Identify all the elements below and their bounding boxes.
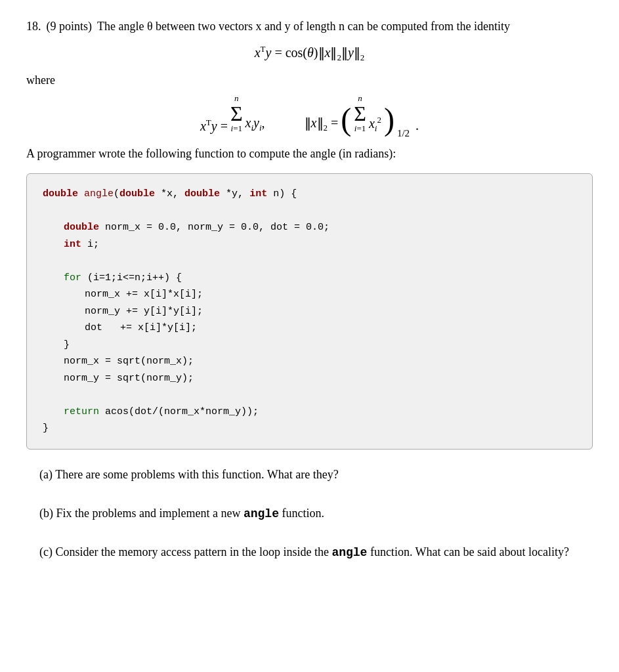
question-c-end: function. What can be said about localit…: [370, 545, 569, 558]
formula-row: xTy = n Σ i=1 xiyi, ‖x‖2 = ( n Σ i=1: [26, 94, 593, 134]
where-label: where: [26, 74, 593, 87]
question-c-start: (c) Consider the memory access pattern i…: [39, 545, 329, 558]
code-line-11: norm_x = sqrt(norm_x);: [64, 353, 576, 370]
question-c: (c) Consider the memory access pattern i…: [39, 543, 593, 562]
code-line-9: dot += x[i]*y[i];: [85, 320, 576, 337]
code-line-15: }: [43, 420, 576, 437]
formula-right: ‖x‖2 = ( n Σ i=1 xi2 ) 1/2 .: [305, 94, 419, 134]
problem-intro: The angle θ between two vectors x and y …: [97, 20, 510, 33]
formula-left-body: xiyi,: [245, 116, 265, 133]
kw-double-1: double: [43, 188, 78, 200]
code-line-blank-2: [43, 253, 576, 270]
code-line-blank-1: [43, 203, 576, 220]
kw-double-3: double: [184, 188, 220, 200]
kw-double-4: double: [64, 222, 99, 233]
kw-int-1: int: [249, 188, 267, 200]
paren-left: (: [341, 105, 351, 133]
formula-right-lhs: ‖x‖2 =: [305, 115, 339, 133]
problem-container: 18. (9 points) The angle θ between two v…: [26, 20, 593, 562]
code-line-4: int i;: [64, 236, 576, 253]
sigma-left-symbol: Σ: [230, 103, 243, 124]
prose-before-code: A programmer wrote the following functio…: [26, 145, 593, 163]
sigma-left: n Σ i=1: [230, 94, 243, 134]
kw-for: for: [64, 272, 81, 284]
formula-right-body: xi2: [369, 115, 381, 134]
sigma-left-bottom: i=1: [231, 124, 242, 133]
problem-header: 18. (9 points) The angle θ between two v…: [26, 20, 593, 33]
code-line-12: norm_y = sqrt(norm_y);: [64, 370, 576, 387]
code-line-3: double norm_x = 0.0, norm_y = 0.0, dot =…: [64, 219, 576, 236]
code-line-1: double angle(double *x, double *y, int n…: [43, 186, 576, 203]
code-line-10: }: [64, 337, 576, 354]
kw-int-2: int: [64, 239, 81, 250]
sigma-right-symbol: Σ: [354, 103, 366, 124]
code-line-7: norm_x += x[i]*x[i];: [85, 286, 576, 303]
code-line-6: for (i=1;i<=n;i++) {: [64, 270, 576, 287]
problem-number: 18.: [26, 20, 41, 33]
sigma-right-bottom: i=1: [354, 124, 366, 133]
sigma-right: n Σ i=1: [354, 94, 366, 134]
period: .: [412, 118, 419, 133]
identity-formula: xTy = cos(θ)‖x‖2‖y‖2: [26, 44, 593, 63]
question-a-text: (a) There are some problems with this fu…: [39, 468, 339, 481]
code-line-blank-3: [43, 387, 576, 404]
question-b-end: function.: [282, 507, 324, 520]
problem-points: (9 points): [47, 20, 93, 33]
code-line-8: norm_y += y[i]*y[i];: [85, 303, 576, 320]
question-b-start: (b) Fix the problems and implement a new: [39, 507, 240, 520]
formula-left-lhs: xTy =: [200, 117, 228, 134]
question-b-mono: angle: [244, 507, 279, 520]
paren-right: ): [384, 105, 395, 133]
question-a: (a) There are some problems with this fu…: [39, 465, 593, 484]
question-c-mono: angle: [331, 546, 367, 559]
code-block: double angle(double *x, double *y, int n…: [26, 173, 593, 450]
fn-angle: angle(: [84, 188, 119, 200]
question-b: (b) Fix the problems and implement a new…: [39, 504, 593, 524]
kw-return: return: [64, 406, 99, 417]
code-line-14: return acos(dot/(norm_x*norm_y));: [64, 404, 576, 421]
kw-double-2: double: [119, 188, 155, 200]
formula-left: xTy = n Σ i=1 xiyi,: [200, 94, 265, 134]
